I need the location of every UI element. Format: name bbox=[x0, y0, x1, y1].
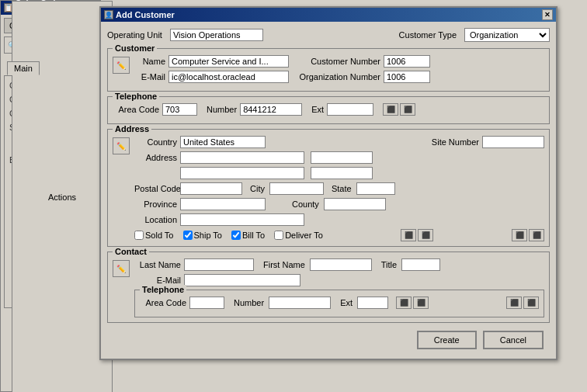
bill-to-label: Bill To bbox=[242, 231, 265, 240]
bottom-buttons: Create Cancel bbox=[107, 328, 550, 352]
name-label: Name bbox=[134, 57, 165, 66]
state-label: State bbox=[332, 184, 352, 193]
operating-unit-label: Operating Unit bbox=[107, 30, 162, 40]
modal-title: Add Customer bbox=[116, 10, 175, 19]
customer-email-input[interactable]: ic@localhost.oraclead bbox=[168, 71, 289, 83]
operating-unit-row: Operating Unit Vision Operations Custome… bbox=[107, 28, 550, 42]
area-code-input[interactable] bbox=[162, 103, 197, 116]
sales-orders-window: 📋 Sales Orders (Visio... Order Informati… bbox=[0, 0, 101, 392]
location-label: Location bbox=[134, 215, 177, 224]
contact-telephone-group: Telephone Area Code Number Ext bbox=[134, 290, 544, 317]
email-label: E-Mail bbox=[134, 72, 165, 82]
country-input[interactable] bbox=[180, 136, 266, 148]
contact-number-label: Number bbox=[234, 298, 264, 307]
customer-number-input[interactable]: 1006 bbox=[384, 55, 430, 68]
address-edit-icon[interactable]: ✏️ bbox=[113, 137, 130, 154]
customer-type-select[interactable]: Organization bbox=[464, 28, 550, 42]
contact-phone-btn2[interactable]: ⬛ bbox=[413, 297, 429, 309]
contact-group: Contact ✏️ Last Name First Name Title bbox=[107, 252, 550, 323]
address-label: Address bbox=[134, 153, 177, 162]
city-input[interactable] bbox=[269, 182, 324, 195]
county-label: County bbox=[292, 199, 319, 209]
site-number-input[interactable] bbox=[482, 136, 544, 148]
contact-ext-label: Ext bbox=[340, 298, 353, 307]
contact-phone-btn1[interactable]: ⬛ bbox=[396, 297, 412, 309]
customer-number-label: Customer Number bbox=[295, 57, 380, 66]
customer-group: Customer ✏️ Name Computer Service and I.… bbox=[107, 48, 550, 92]
address-group-label: Address bbox=[113, 124, 151, 134]
customer-type-label: Customer Type bbox=[399, 30, 457, 40]
addr-btn1[interactable]: ⬛ bbox=[401, 229, 416, 241]
contact-group-label: Contact bbox=[113, 247, 149, 256]
city-label: City bbox=[250, 184, 265, 193]
modal-icon: 👤 bbox=[104, 10, 113, 19]
postal-code-input[interactable] bbox=[180, 182, 242, 195]
modal-title-bar: 👤 Add Customer ✕ bbox=[101, 8, 556, 22]
tab-main[interactable]: Main bbox=[7, 61, 40, 75]
operating-unit-input[interactable]: Vision Operations bbox=[170, 29, 263, 41]
contact-ext-input[interactable] bbox=[357, 297, 388, 309]
postal-code-label: Postal Code bbox=[134, 184, 177, 193]
province-label: Province bbox=[134, 199, 177, 209]
address-line2-input[interactable] bbox=[180, 167, 304, 179]
addr-btn4[interactable]: ⬛ bbox=[529, 229, 544, 241]
county-input[interactable] bbox=[324, 198, 386, 210]
area-code-label: Area Code bbox=[113, 105, 159, 114]
org-number-input[interactable]: 1006 bbox=[384, 71, 430, 83]
modal-close-button[interactable]: ✕ bbox=[542, 9, 553, 20]
customer-group-label: Customer bbox=[113, 43, 157, 53]
ship-to-label: Ship To bbox=[194, 231, 223, 240]
actions-button[interactable]: Actions bbox=[12, 1, 113, 392]
site-number-label: Site Number bbox=[425, 137, 479, 147]
title-label: Title bbox=[381, 260, 397, 269]
cancel-button[interactable]: Cancel bbox=[483, 331, 544, 349]
number-label: Number bbox=[207, 105, 237, 114]
province-input[interactable] bbox=[180, 198, 266, 210]
telephone-group: Telephone Area Code Number Ext ⬛ ⬛ bbox=[107, 96, 550, 124]
ext-label: Ext bbox=[311, 105, 324, 114]
first-name-input[interactable] bbox=[310, 258, 372, 271]
last-name-label: Last Name bbox=[134, 260, 181, 269]
country-label: Country bbox=[134, 137, 177, 147]
contact-area-code-label: Area Code bbox=[140, 298, 186, 307]
contact-area-code-input[interactable] bbox=[189, 297, 224, 309]
contact-phone-btn3[interactable]: ⬛ bbox=[506, 297, 522, 309]
contact-phone-btn4[interactable]: ⬛ bbox=[523, 297, 539, 309]
address-checkboxes: Sold To Ship To Bill To bbox=[134, 229, 544, 241]
addr-btn2[interactable]: ⬛ bbox=[418, 229, 433, 241]
deliver-to-label: Deliver To bbox=[285, 231, 323, 240]
location-input[interactable] bbox=[180, 213, 304, 226]
contact-number-input[interactable] bbox=[269, 297, 331, 309]
sold-to-label: Sold To bbox=[145, 231, 174, 240]
contact-title-input[interactable] bbox=[401, 258, 440, 271]
ext-input[interactable] bbox=[327, 103, 373, 116]
first-name-label: First Name bbox=[263, 260, 305, 269]
create-button[interactable]: Create bbox=[417, 331, 477, 349]
org-number-label: Organization Number bbox=[295, 72, 380, 82]
add-customer-modal: 👤 Add Customer ✕ Operating Unit Vision O… bbox=[99, 6, 557, 360]
customer-edit-icon[interactable]: ✏️ bbox=[113, 57, 130, 74]
phone-btn2[interactable]: ⬛ bbox=[400, 103, 415, 116]
contact-email-label: E-Mail bbox=[134, 276, 181, 285]
bill-to-checkbox[interactable] bbox=[231, 231, 241, 240]
contact-telephone-label: Telephone bbox=[140, 285, 186, 294]
sold-to-checkbox[interactable] bbox=[134, 231, 144, 240]
customer-name-input[interactable]: Computer Service and I... bbox=[168, 55, 289, 68]
last-name-input[interactable] bbox=[184, 258, 254, 271]
phone-number-input[interactable] bbox=[240, 103, 302, 116]
address-right2-input[interactable] bbox=[311, 167, 373, 179]
address-group: Address ✏️ Country Site Number Addres bbox=[107, 129, 550, 247]
state-input[interactable] bbox=[356, 182, 395, 195]
deliver-to-checkbox[interactable] bbox=[274, 231, 283, 240]
addr-btn3[interactable]: ⬛ bbox=[512, 229, 527, 241]
address-line1-input[interactable] bbox=[180, 151, 304, 164]
address-right1-input[interactable] bbox=[311, 151, 373, 164]
ship-to-checkbox[interactable] bbox=[183, 231, 193, 240]
phone-btn1[interactable]: ⬛ bbox=[383, 103, 398, 116]
contact-email-input[interactable] bbox=[184, 274, 300, 286]
telephone-group-label: Telephone bbox=[113, 92, 159, 101]
contact-edit-icon[interactable]: ✏️ bbox=[113, 260, 130, 277]
